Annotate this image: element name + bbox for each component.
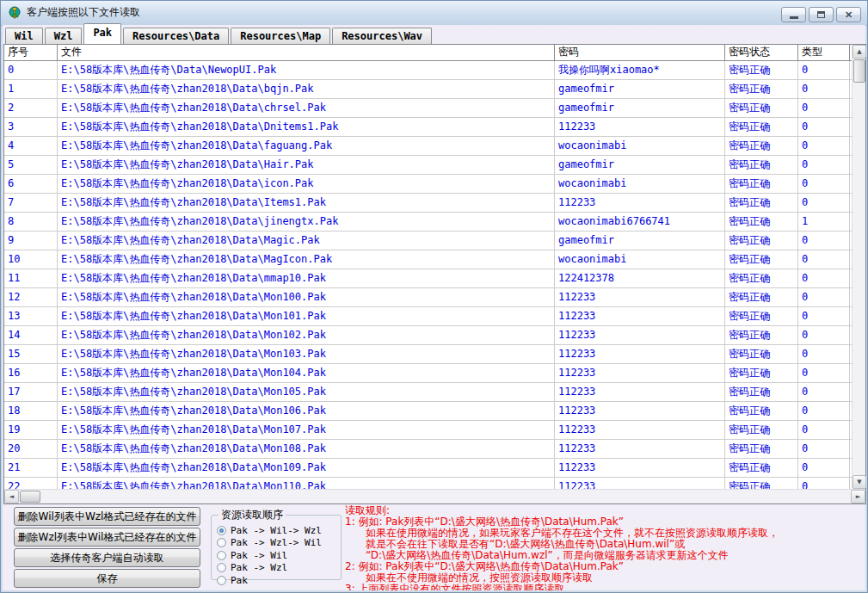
cell-type: 0 xyxy=(798,137,850,155)
table-row[interactable]: 11E:\58版本库\热血传奇\zhan2018\Data\mmap10.Pak… xyxy=(4,269,852,288)
cell-status: 密码正确 xyxy=(725,440,798,458)
table-row[interactable]: 2E:\58版本库\热血传奇\zhan2018\Data\chrsel.Pakg… xyxy=(4,99,852,118)
cell-index: 15 xyxy=(4,345,58,363)
column-header[interactable]: 密码 xyxy=(555,45,725,60)
cell-status: 密码正确 xyxy=(725,326,798,344)
table-row[interactable]: 6E:\58版本库\热血传奇\zhan2018\Data\icon.Pakwoc… xyxy=(4,175,852,194)
radio-icon[interactable] xyxy=(217,576,226,585)
maximize-icon xyxy=(817,11,825,18)
scroll-up-arrow-icon[interactable]: ▲ xyxy=(853,45,866,59)
cell-index: 5 xyxy=(4,156,58,174)
cell-status: 密码正确 xyxy=(725,421,798,439)
table-row[interactable]: 8E:\58版本库\热血传奇\zhan2018\Data\jinengtx.Pa… xyxy=(4,213,852,232)
scroll-down-arrow-icon[interactable]: ▼ xyxy=(853,475,866,489)
horizontal-scroll-thumb[interactable] xyxy=(20,491,40,503)
vertical-scrollbar[interactable]: ▲ ▼ xyxy=(852,45,865,489)
scroll-right-arrow-icon[interactable]: ► xyxy=(851,490,865,503)
table-row[interactable]: 12E:\58版本库\热血传奇\zhan2018\Data\Mon100.Pak… xyxy=(4,288,852,307)
delete-wil-existing-in-wzl-button[interactable]: 删除Wzl列表中Wil格式已经存在的文件 xyxy=(14,528,200,547)
table-row[interactable]: 0E:\58版本库\热血传奇\Data\NewopUI.Pak我操你吗啊xiao… xyxy=(4,61,852,80)
table-row[interactable]: 16E:\58版本库\热血传奇\zhan2018\Data\Mon104.Pak… xyxy=(4,364,852,383)
cell-file: E:\58版本库\热血传奇\zhan2018\Data\Dnitems1.Pak xyxy=(58,118,555,136)
tab-resources-wav[interactable]: Resources\Wav xyxy=(332,28,432,44)
cell-file: E:\58版本库\热血传奇\zhan2018\Data\Mon106.Pak xyxy=(58,402,555,420)
table-row[interactable]: 1E:\58版本库\热血传奇\zhan2018\Data\bqjn.Pakgam… xyxy=(4,80,852,99)
tab-wzl[interactable]: Wzl xyxy=(45,28,83,44)
column-header[interactable]: 类型 xyxy=(798,45,850,60)
cell-type: 0 xyxy=(798,80,850,98)
save-button[interactable]: 保存 xyxy=(14,569,200,588)
radio-option[interactable]: Pak -> Wzl-> Wil xyxy=(217,537,341,550)
cell-type: 0 xyxy=(798,175,850,193)
cell-password: 112233 xyxy=(555,421,725,439)
table-row[interactable]: 9E:\58版本库\热血传奇\zhan2018\Data\Magic.Pakga… xyxy=(4,232,852,250)
resource-order-options: Pak -> Wil-> WzlPak -> Wzl-> WilPak -> W… xyxy=(217,524,341,587)
table-row[interactable]: 5E:\58版本库\热血传奇\zhan2018\Data\Hair.Pakgam… xyxy=(4,156,852,175)
radio-icon[interactable] xyxy=(217,538,226,547)
cell-file: E:\58版本库\热血传奇\zhan2018\Data\Mon102.Pak xyxy=(58,326,555,344)
cell-status: 密码正确 xyxy=(725,402,798,420)
table-header-row: 序号文件密码密码状态类型 xyxy=(4,45,852,61)
table-row[interactable]: 22E:\58版本库\热血传奇\zhan2018\Data\Mon110.Pak… xyxy=(4,478,852,489)
table-row[interactable]: 21E:\58版本库\热血传奇\zhan2018\Data\Mon109.Pak… xyxy=(4,459,852,478)
radio-icon[interactable] xyxy=(217,563,226,572)
tab-wil[interactable]: Wil xyxy=(5,28,43,44)
table-row[interactable]: 3E:\58版本库\热血传奇\zhan2018\Data\Dnitems1.Pa… xyxy=(4,118,852,137)
maximize-button[interactable] xyxy=(809,7,834,22)
cell-type: 0 xyxy=(798,118,850,136)
radio-icon[interactable] xyxy=(217,551,226,560)
horizontal-scrollbar[interactable]: ◄ ► xyxy=(4,489,865,503)
column-header[interactable]: 序号 xyxy=(4,45,58,60)
resource-order-group-title: 资源读取顺序 xyxy=(219,508,286,522)
cell-type: 0 xyxy=(798,345,850,363)
window-title: 客户端按照以下文件读取 xyxy=(27,1,140,24)
table-row[interactable]: 10E:\58版本库\热血传奇\zhan2018\Data\MagIcon.Pa… xyxy=(4,250,852,269)
scroll-left-arrow-icon[interactable]: ◄ xyxy=(4,490,19,503)
cell-password: 112233 xyxy=(555,326,725,344)
tab-resources-map[interactable]: Resources\Map xyxy=(231,28,330,44)
radio-label: Pak -> Wzl-> Wil xyxy=(231,537,322,548)
radio-option[interactable]: Pak -> Wil xyxy=(217,549,341,562)
table-row[interactable]: 18E:\58版本库\热血传奇\zhan2018\Data\Mon106.Pak… xyxy=(4,402,852,421)
radio-option[interactable]: Pak xyxy=(217,574,341,587)
tab-resources-data[interactable]: Resources\Data xyxy=(123,28,229,44)
table-row[interactable]: 7E:\58版本库\热血传奇\zhan2018\Data\Items1.Pak1… xyxy=(4,194,852,213)
select-client-auto-read-button[interactable]: 选择传奇客户端自动读取 xyxy=(14,548,200,567)
table-row[interactable]: 13E:\58版本库\热血传奇\zhan2018\Data\Mon101.Pak… xyxy=(4,307,852,326)
radio-option[interactable]: Pak -> Wzl xyxy=(217,562,341,575)
read-rules-notes: 读取规则:1: 例如: Pak列表中“D:\盛大网络\热血传奇\Data\Hum… xyxy=(345,505,864,590)
cell-index: 14 xyxy=(4,326,58,344)
cell-password: 112233 xyxy=(555,383,725,401)
table-row[interactable]: 17E:\58版本库\热血传奇\zhan2018\Data\Mon105.Pak… xyxy=(4,383,852,402)
cell-file: E:\58版本库\热血传奇\zhan2018\Data\faguang.Pak xyxy=(58,137,555,155)
cell-status: 密码正确 xyxy=(725,137,798,155)
cell-status: 密码正确 xyxy=(725,118,798,136)
cell-index: 7 xyxy=(4,194,58,212)
cell-index: 12 xyxy=(4,288,58,306)
cell-status: 密码正确 xyxy=(725,459,798,477)
table-row[interactable]: 20E:\58版本库\热血传奇\zhan2018\Data\Mon108.Pak… xyxy=(4,440,852,459)
column-header[interactable]: 密码状态 xyxy=(725,45,798,60)
cell-file: E:\58版本库\热血传奇\zhan2018\Data\mmap10.Pak xyxy=(58,269,555,287)
cell-password: 112233 xyxy=(555,345,725,363)
action-buttons: 删除Wil列表中Wzl格式已经存在的文件删除Wzl列表中Wil格式已经存在的文件… xyxy=(14,507,200,590)
table-row[interactable]: 4E:\58版本库\热血传奇\zhan2018\Data\faguang.Pak… xyxy=(4,137,852,156)
cell-file: E:\58版本库\热血传奇\zhan2018\Data\jinengtx.Pak xyxy=(58,213,555,231)
column-header[interactable]: 文件 xyxy=(58,45,555,60)
cell-password: wocaonimabi xyxy=(555,250,725,269)
close-button[interactable]: ✕ xyxy=(836,7,861,22)
vertical-scroll-thumb[interactable] xyxy=(853,59,865,83)
table-row[interactable]: 15E:\58版本库\热血传奇\zhan2018\Data\Mon103.Pak… xyxy=(4,345,852,364)
cell-type: 0 xyxy=(798,99,850,117)
radio-label: Pak -> Wil-> Wzl xyxy=(231,525,322,536)
cell-status: 密码正确 xyxy=(725,288,798,306)
radio-icon[interactable] xyxy=(217,526,226,535)
table-row[interactable]: 19E:\58版本库\热血传奇\zhan2018\Data\Mon107.Pak… xyxy=(4,421,852,440)
radio-option[interactable]: Pak -> Wil-> Wzl xyxy=(217,524,341,537)
cell-status: 密码正确 xyxy=(725,213,798,231)
cell-status: 密码正确 xyxy=(725,364,798,382)
tab-pak[interactable]: Pak xyxy=(83,23,121,44)
minimize-button[interactable] xyxy=(781,7,806,22)
table-row[interactable]: 14E:\58版本库\热血传奇\zhan2018\Data\Mon102.Pak… xyxy=(4,326,852,345)
delete-wzl-existing-in-wil-button[interactable]: 删除Wil列表中Wzl格式已经存在的文件 xyxy=(14,507,200,526)
